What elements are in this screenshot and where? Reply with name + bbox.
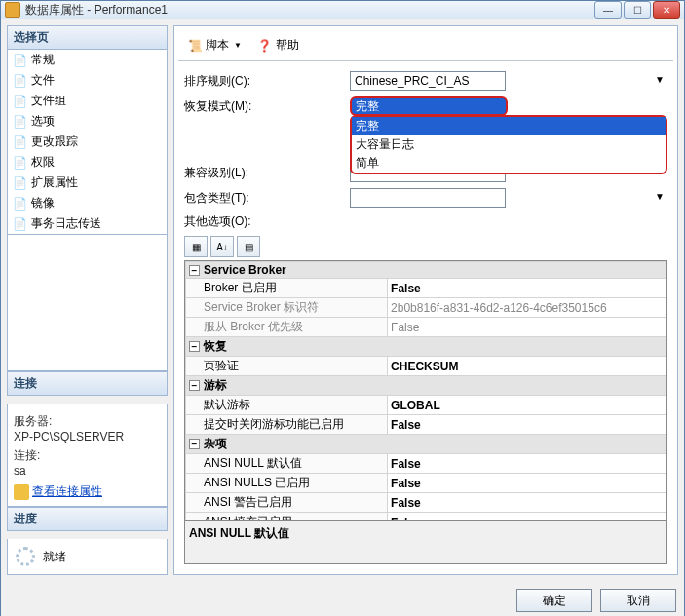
view-connection-props-link[interactable]: 查看连接属性 [14, 483, 161, 500]
help-button[interactable]: ❓ 帮助 [252, 34, 304, 57]
sidebar-item[interactable]: 📄文件 [8, 70, 167, 91]
prop-value[interactable]: 2b0b816f-a831-46d2-a126-4c6ef35015c6 [388, 298, 666, 318]
cancel-button[interactable]: 取消 [600, 589, 676, 612]
prop-value[interactable]: False [388, 493, 666, 513]
right-pane: 📜 脚本 ▼ ❓ 帮助 排序规则(C): ▼ [173, 25, 678, 575]
page-icon: 📄 [12, 155, 27, 171]
recovery-label: 恢复模式(M): [184, 98, 350, 115]
property-grid[interactable]: −Service BrokerBroker 已启用FalseService Br… [184, 260, 667, 521]
sidebar-item[interactable]: 📄更改跟踪 [8, 132, 167, 152]
property-row[interactable]: ANSI 警告已启用False [186, 493, 666, 513]
dropdown-option[interactable]: 大容量日志 [352, 135, 666, 154]
conn-label: 连接: [14, 447, 161, 464]
property-row[interactable]: Service Broker 标识符2b0b816f-a831-46d2-a12… [186, 298, 666, 318]
page-icon: 📄 [12, 135, 27, 150]
sidebar-item[interactable]: 📄文件组 [8, 91, 167, 111]
minimize-button[interactable]: — [594, 1, 622, 19]
prop-key: 服从 Broker 优先级 [186, 318, 388, 337]
dialog-footer: 确定 取消 [1, 581, 684, 616]
prop-value[interactable]: CHECKSUM [388, 357, 666, 376]
sidebar-item-label: 文件组 [31, 93, 66, 109]
property-toolbar: ▦ A↓ ▤ [184, 236, 667, 257]
close-button[interactable]: ✕ [653, 1, 680, 19]
connection-panel: 服务器: XP-PC\SQLSERVER 连接: sa 查看连接属性 [7, 404, 168, 507]
conn-value: sa [14, 464, 161, 478]
other-options-label: 其他选项(O): [184, 213, 667, 230]
category-row[interactable]: −恢复 [186, 337, 666, 357]
sidebar-item[interactable]: 📄权限 [8, 152, 167, 173]
sidebar-item[interactable]: 📄常规 [8, 50, 167, 70]
collapse-icon[interactable]: − [189, 380, 200, 391]
prop-key: 默认游标 [186, 396, 388, 415]
sidebar-item-label: 事务日志传送 [31, 215, 101, 232]
sidebar-item[interactable]: 📄事务日志传送 [8, 213, 167, 234]
sidebar-item[interactable]: 📄镜像 [8, 193, 167, 213]
description-box: ANSI NULL 默认值 [184, 521, 667, 564]
chevron-down-icon: ▼ [655, 74, 665, 85]
property-row[interactable]: ANSI 填充已启用False [186, 513, 666, 522]
form-area: 排序规则(C): ▼ 恢复模式(M): ▼ 完整大容量日志简单 兼容级别(L [178, 61, 673, 570]
prop-key: Broker 已启用 [186, 279, 388, 298]
connection-icon [14, 484, 29, 500]
prop-key: ANSI 填充已启用 [186, 513, 388, 522]
property-row[interactable]: 页验证CHECKSUM [186, 357, 666, 376]
prop-value[interactable]: GLOBAL [388, 396, 666, 415]
collation-select[interactable] [350, 71, 506, 91]
category-row[interactable]: −游标 [186, 376, 666, 396]
help-icon: ❓ [257, 38, 273, 54]
categorized-button[interactable]: ▦ [184, 236, 208, 257]
collapse-icon[interactable]: − [189, 439, 200, 449]
property-row[interactable]: 提交时关闭游标功能已启用False [186, 415, 666, 435]
progress-status: 就绪 [43, 549, 66, 565]
description-title: ANSI NULL 默认值 [189, 525, 663, 542]
contain-label: 包含类型(T): [184, 190, 350, 207]
prop-value[interactable]: False [388, 513, 666, 522]
prop-key: 提交时关闭游标功能已启用 [186, 415, 388, 435]
prop-key: ANSI NULLS 已启用 [186, 474, 388, 493]
sidebar-item-label: 常规 [31, 52, 55, 68]
sidebar-item-label: 权限 [31, 154, 55, 171]
window-title: 数据库属性 - Performance1 [25, 2, 594, 19]
ok-button[interactable]: 确定 [516, 589, 592, 612]
recovery-select[interactable] [350, 96, 508, 116]
prop-value[interactable]: False [388, 474, 666, 493]
category-row[interactable]: −杂项 [186, 435, 666, 454]
collapse-icon[interactable]: − [189, 265, 200, 276]
sidebar-item[interactable]: 📄选项 [8, 111, 167, 132]
properties-button[interactable]: ▤ [237, 236, 260, 257]
sidebar-item[interactable]: 📄扩展属性 [8, 173, 167, 193]
prop-value[interactable]: False [388, 454, 666, 474]
chevron-down-icon: ▼ [655, 99, 665, 110]
script-icon: 📜 [187, 38, 203, 54]
chevron-down-icon: ▼ [655, 191, 665, 202]
compat-label: 兼容级别(L): [184, 165, 350, 181]
sidebar-item-label: 扩展属性 [31, 174, 78, 191]
prop-key: ANSI 警告已启用 [186, 493, 388, 513]
db-icon [5, 2, 20, 18]
toolbar: 📜 脚本 ▼ ❓ 帮助 [178, 30, 673, 61]
alphabetical-button[interactable]: A↓ [210, 236, 234, 257]
property-row[interactable]: 默认游标GLOBAL [186, 396, 666, 415]
recovery-dropdown: 完整大容量日志简单 [350, 115, 667, 174]
maximize-button[interactable]: ☐ [624, 1, 651, 19]
progress-header: 进度 [7, 507, 168, 531]
prop-value[interactable]: False [388, 415, 666, 435]
sidebar-item-label: 文件 [31, 72, 55, 89]
property-row[interactable]: ANSI NULLS 已启用False [186, 474, 666, 493]
script-label: 脚本 [206, 37, 229, 54]
dropdown-option[interactable]: 完整 [352, 117, 666, 135]
property-row[interactable]: ANSI NULL 默认值False [186, 454, 666, 474]
progress-panel: 就绪 [7, 539, 168, 575]
category-row[interactable]: −Service Broker [186, 262, 666, 279]
property-row[interactable]: 服从 Broker 优先级False [186, 318, 666, 337]
property-row[interactable]: Broker 已启用False [186, 279, 666, 298]
dropdown-option[interactable]: 简单 [352, 154, 666, 173]
script-button[interactable]: 📜 脚本 ▼ [182, 34, 247, 57]
prop-value[interactable]: False [388, 318, 666, 337]
collapse-icon[interactable]: − [189, 341, 200, 352]
prop-key: Service Broker 标识符 [186, 298, 388, 318]
prop-value[interactable]: False [388, 279, 666, 298]
contain-select[interactable] [350, 188, 506, 208]
page-icon: 📄 [12, 94, 27, 109]
help-label: 帮助 [276, 37, 299, 54]
